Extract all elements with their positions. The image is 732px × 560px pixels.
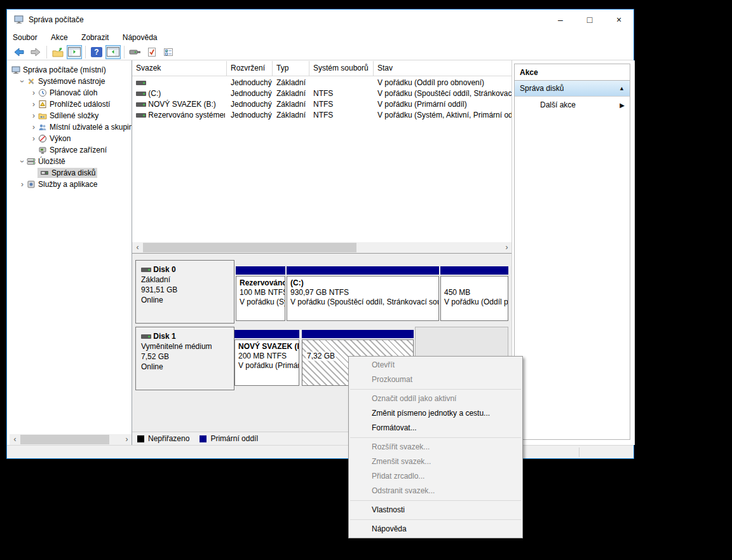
chevron-expanded-icon[interactable]: ›	[18, 158, 27, 165]
context-menu-item-zmenit-pismeno[interactable]: Změnit písmeno jednotky a cestu...	[349, 406, 522, 421]
context-menu-separator	[350, 389, 521, 390]
menu-soubor[interactable]: Soubor	[7, 31, 43, 44]
context-menu-separator	[350, 500, 521, 501]
volume-row[interactable]: NOVÝ SVAZEK (B:) Jednoduchý Základní NTF…	[132, 99, 512, 110]
tree-item-planovac-uloh[interactable]: › Plánovač úloh	[30, 87, 97, 99]
tree-item-sluzby-a-aplikace[interactable]: › Služby a aplikace	[18, 179, 97, 190]
actions-box: Akce Správa disků ▲ Další akce ▶	[514, 64, 630, 440]
tools-icon	[26, 77, 36, 86]
unallocated-swatch	[137, 435, 144, 442]
chevron-collapsed-icon[interactable]: ›	[30, 134, 37, 143]
submenu-arrow-icon: ▶	[620, 102, 625, 109]
context-menu: Otevřít Prozkoumat Označit oddíl jako ak…	[348, 356, 523, 538]
toolbar: ?	[7, 44, 634, 60]
column-header-stav[interactable]: Stav	[374, 61, 512, 76]
volume-row[interactable]: (C:) Jednoduchý Základní NTFS V pořádku …	[132, 88, 512, 99]
volume-icon	[136, 102, 146, 107]
tree-item-sprava-disku[interactable]: Správa disků	[37, 167, 97, 179]
services-icon	[26, 180, 36, 189]
volume-row[interactable]: Rezervováno systémem Jednoduchý Základní…	[132, 110, 512, 121]
verify-button[interactable]	[144, 45, 159, 59]
device-manager-icon	[37, 146, 48, 154]
title-bar: Správa počítače – □ ×	[7, 10, 634, 31]
chevron-collapsed-icon[interactable]: ›	[30, 100, 37, 109]
partition-color-bar	[236, 266, 285, 275]
back-button[interactable]	[11, 45, 27, 59]
context-menu-separator	[350, 437, 521, 438]
disk-icon	[141, 334, 151, 339]
chevron-collapsed-icon[interactable]: ›	[30, 123, 37, 132]
actions-group-sprava-disku[interactable]: Správa disků ▲	[515, 81, 630, 97]
export-list-button[interactable]	[50, 45, 65, 59]
show-console-tree-button[interactable]	[67, 45, 82, 59]
tree-item-uloziste[interactable]: › Úložiště	[18, 156, 65, 167]
context-menu-item-rozsirit-svazek: Rozšířit svazek...	[349, 440, 522, 454]
partition-color-bar	[440, 266, 508, 275]
tree-item-vykon[interactable]: › Výkon	[30, 133, 71, 144]
disk-management-icon	[39, 168, 50, 177]
help-icon: ?	[91, 47, 102, 57]
menu-akce[interactable]: Akce	[45, 31, 74, 44]
forward-button[interactable]	[28, 45, 43, 59]
tree-horizontal-scrollbar[interactable]: ‹ ›	[10, 434, 132, 445]
partition-recovery[interactable]: 450 MB V pořádku (Oddíl pro obnovení)	[440, 266, 508, 321]
context-menu-item-oznacit-oddil: Označit oddíl jako aktivní	[349, 392, 522, 406]
chevron-collapsed-icon[interactable]: ›	[30, 88, 37, 97]
tree-item-sprava-pocitace[interactable]: Správa počítače (místní)	[11, 64, 106, 76]
chevron-collapsed-icon[interactable]: ›	[18, 180, 26, 189]
tree-item-spravce-zarizeni[interactable]: Správce zařízení	[37, 144, 107, 156]
disk1-label[interactable]: Disk 1 Vyměnitelné médium 7,52 GB Online	[135, 327, 234, 390]
column-header-svazek[interactable]: Svazek	[132, 61, 227, 76]
toolbar-separator	[85, 46, 86, 58]
scroll-right-arrow-icon[interactable]: ›	[501, 242, 512, 253]
partition-system-reserved[interactable]: Rezervováno systémem 100 MB NTFS V pořád…	[236, 266, 285, 321]
actions-item-dalsi-akce[interactable]: Další akce ▶	[515, 97, 630, 113]
properties-list-button[interactable]	[161, 45, 176, 59]
context-menu-item-vlastnosti[interactable]: Vlastnosti	[349, 503, 522, 517]
volume-icon	[136, 81, 146, 85]
partition-color-bar	[234, 330, 299, 338]
disk0-label[interactable]: Disk 0 Základní 931,51 GB Online	[135, 260, 234, 324]
toolbar-separator	[46, 46, 47, 58]
tree-item-prohlizec-udalosti[interactable]: › Prohlížeč událostí	[30, 99, 110, 110]
tree-item-systemove-nastroje[interactable]: › Systémové nástroje	[18, 76, 105, 87]
scrollbar-thumb[interactable]	[20, 435, 109, 444]
column-header-rozvrzeni[interactable]: Rozvržení	[227, 61, 273, 76]
maximize-button[interactable]: □	[575, 10, 604, 31]
minimize-button[interactable]: –	[546, 10, 575, 31]
chevron-expanded-icon[interactable]: ›	[18, 78, 27, 85]
volume-row[interactable]: Jednoduchý Základní V pořádku (Oddíl pro…	[132, 78, 512, 88]
column-header-system-souboru[interactable]: Systém souborů	[309, 61, 374, 76]
context-menu-item-zmensit-svazek: Zmenšit svazek...	[349, 454, 522, 469]
scrollbar-thumb[interactable]	[143, 243, 356, 252]
help-button[interactable]: ?	[89, 45, 104, 59]
scroll-left-arrow-icon[interactable]: ‹	[132, 242, 143, 253]
menu-zobrazit[interactable]: Zobrazit	[76, 31, 114, 44]
scroll-right-arrow-icon[interactable]: ›	[121, 434, 132, 445]
menu-napoveda[interactable]: Nápověda	[117, 31, 163, 44]
console-tree: Správa počítače (místní) › Systémové nás…	[10, 60, 132, 445]
context-menu-item-otevrit: Otevřít	[349, 358, 522, 372]
volume-list-horizontal-scrollbar[interactable]: ‹ ›	[132, 242, 512, 253]
app-icon	[14, 15, 24, 27]
actions-title: Akce	[515, 64, 630, 81]
tree-item-sdilene-slozky[interactable]: › Sdílené složky	[30, 110, 98, 121]
context-menu-item-napoveda[interactable]: Nápověda	[349, 522, 522, 536]
scroll-left-arrow-icon[interactable]: ‹	[10, 434, 20, 445]
show-action-pane-button[interactable]	[105, 45, 121, 59]
toolbar-separator	[124, 46, 125, 58]
context-menu-separator	[350, 519, 521, 520]
users-icon	[37, 123, 48, 132]
tree-item-mistni-uzivatele[interactable]: › Místní uživatelé a skupiny	[30, 121, 132, 133]
volume-icon	[136, 113, 146, 118]
partition-novy-svazek[interactable]: NOVÝ SVAZEK (B:) 200 MB NTFS V pořádku (…	[234, 330, 299, 386]
popup-window-button[interactable]	[128, 45, 143, 59]
column-header-typ[interactable]: Typ	[273, 61, 309, 76]
chevron-collapsed-icon[interactable]: ›	[30, 111, 37, 120]
partition-c[interactable]: (C:) 930,97 GB NTFS V pořádku (Spouštěcí…	[287, 266, 439, 321]
context-menu-item-formatovat[interactable]: Formátovat...	[349, 421, 522, 435]
collapse-arrow-icon[interactable]: ▲	[619, 85, 625, 92]
status-bar	[7, 445, 634, 458]
primary-partition-swatch	[200, 435, 207, 442]
close-button[interactable]: ×	[604, 10, 634, 31]
